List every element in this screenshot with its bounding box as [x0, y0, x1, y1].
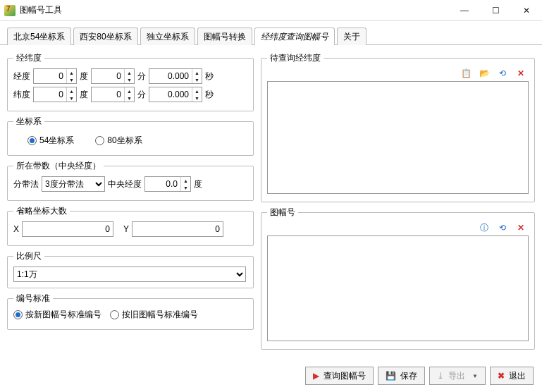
pending-legend: 待查询经纬度: [267, 52, 324, 64]
query-button[interactable]: ▶ 查询图幅号: [305, 367, 374, 385]
pending-textarea[interactable]: [267, 81, 529, 194]
lat-deg-input[interactable]: [34, 87, 66, 102]
radio-dot-icon: [95, 136, 104, 145]
radio-80[interactable]: 80坐标系: [95, 135, 142, 147]
mapno-group: 图幅号 ⓘ ⟲ ✕: [261, 207, 535, 350]
delete-icon[interactable]: ✕: [515, 67, 527, 80]
export-icon: ⤓: [437, 371, 444, 381]
paste-icon[interactable]: 📋: [460, 67, 472, 80]
chevron-down-icon: ▼: [472, 373, 478, 379]
omit-legend: 省略坐标大数: [13, 205, 70, 217]
minimize-button[interactable]: —: [449, 1, 480, 20]
lat-label: 纬度: [13, 89, 30, 101]
radio-54[interactable]: 54坐标系: [27, 135, 74, 147]
open-icon[interactable]: 📂: [478, 67, 491, 80]
tab-convert[interactable]: 图幅号转换: [197, 27, 252, 45]
close-icon: ✖: [498, 371, 505, 381]
tab-bj54[interactable]: 北京54坐标系: [7, 27, 71, 45]
method-label: 分带法: [13, 178, 39, 190]
lon-label: 经度: [13, 71, 30, 82]
cm-input[interactable]: [145, 177, 180, 191]
close-button[interactable]: ✕: [511, 1, 542, 20]
zone-legend: 所在带数（中央经度）: [13, 160, 104, 172]
radio-dot-icon: [110, 310, 119, 319]
coordsys-group: 坐标系 54坐标系 80坐标系: [7, 116, 254, 156]
radio-dot-icon: [27, 136, 37, 145]
window-title: 图幅号工具: [20, 4, 449, 16]
radio-old-std[interactable]: 按旧图幅号标准编号: [110, 309, 198, 321]
lon-deg-input[interactable]: [34, 69, 66, 83]
mapno-textarea[interactable]: [267, 235, 529, 341]
radio-new-std[interactable]: 按新图幅号标准编号: [13, 309, 101, 321]
x-input[interactable]: [22, 221, 113, 237]
tab-strip: 北京54坐标系 西安80坐标系 独立坐标系 图幅号转换 经纬度查询图幅号 关于: [0, 24, 542, 45]
disk-icon: 💾: [386, 371, 396, 381]
lat-sec-spinner[interactable]: ▲▼: [149, 87, 202, 102]
tab-about[interactable]: 关于: [337, 27, 367, 45]
lonlat-legend: 经纬度: [13, 52, 44, 64]
scale-legend: 比例尺: [13, 250, 44, 262]
lon-min-spinner[interactable]: ▲▼: [91, 68, 135, 84]
sec-unit: 秒: [205, 71, 214, 82]
min-unit: 分: [137, 71, 146, 82]
app-icon: [4, 5, 16, 16]
std-group: 编号标准 按新图幅号标准编号 按旧图幅号标准编号: [7, 293, 254, 330]
y-input[interactable]: [132, 221, 223, 237]
lon-sec-spinner[interactable]: ▲▼: [149, 68, 202, 84]
clear-icon[interactable]: ⟲: [496, 221, 509, 234]
export-button[interactable]: ⤓ 导出 ▼: [429, 367, 486, 385]
cm-spinner[interactable]: ▲▼: [144, 176, 191, 192]
std-legend: 编号标准: [13, 293, 53, 305]
cm-label: 中央经度: [108, 178, 142, 190]
query-icon: ▶: [313, 371, 319, 381]
lat-deg-spinner[interactable]: ▲▼: [33, 87, 77, 102]
lon-sec-input[interactable]: [149, 69, 192, 83]
clear-icon[interactable]: ⟲: [496, 67, 509, 80]
title-bar: 图幅号工具 — ☐ ✕: [0, 0, 542, 21]
cm-unit: 度: [194, 178, 202, 190]
tab-lonlat-query[interactable]: 经纬度查询图幅号: [254, 27, 335, 45]
lon-deg-spinner[interactable]: ▲▼: [33, 68, 77, 84]
pending-group: 待查询经纬度 📋 📂 ⟲ ✕: [261, 52, 535, 202]
lat-min-spinner[interactable]: ▲▼: [91, 87, 135, 102]
save-button[interactable]: 💾 保存: [378, 367, 425, 385]
mapno-legend: 图幅号: [267, 207, 298, 219]
zone-group: 所在带数（中央经度） 分带法 3度分带法 中央经度 ▲▼ 度: [7, 160, 254, 201]
tab-xa80[interactable]: 西安80坐标系: [73, 27, 137, 45]
deg-unit: 度: [80, 71, 88, 82]
radio-dot-icon: [13, 310, 23, 319]
info-icon[interactable]: ⓘ: [478, 221, 491, 234]
lat-sec-input[interactable]: [149, 87, 192, 102]
lonlat-group: 经纬度 经度 ▲▼ 度 ▲▼ 分 ▲▼ 秒 纬度 ▲▼ 度 ▲▼ 分 ▲▼ 秒: [7, 52, 254, 111]
footer-toolbar: ▶ 查询图幅号 💾 保存 ⤓ 导出 ▼ ✖ 退出: [0, 361, 542, 389]
method-select[interactable]: 3度分带法: [42, 176, 105, 192]
maximize-button[interactable]: ☐: [480, 1, 511, 20]
omit-group: 省略坐标大数 X Y: [7, 205, 254, 246]
tab-indep[interactable]: 独立坐标系: [140, 27, 195, 45]
scale-select[interactable]: 1:1万: [13, 267, 246, 282]
lat-min-input[interactable]: [92, 87, 124, 102]
coordsys-legend: 坐标系: [13, 116, 44, 128]
y-label: Y: [123, 224, 129, 234]
exit-button[interactable]: ✖ 退出: [490, 367, 534, 385]
delete-icon[interactable]: ✕: [515, 221, 527, 234]
x-label: X: [13, 224, 19, 234]
lon-min-input[interactable]: [92, 69, 124, 83]
scale-group: 比例尺 1:1万: [7, 250, 254, 288]
